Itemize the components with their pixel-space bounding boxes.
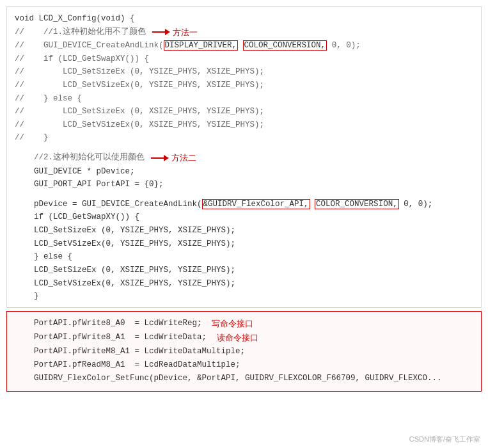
- code-line-9: // LCD_SetVSizeEx(0, XSIZE_PHYS, YSIZE_P…: [15, 118, 473, 132]
- write-cmd-label: 写命令接口: [212, 317, 253, 331]
- code-line-1: void LCD_X_Config(void) {: [15, 12, 473, 26]
- code-line-12: GUI_DEVICE * pDevice;: [15, 165, 473, 179]
- code-line-22: }: [15, 290, 473, 303]
- arrow-icon-1: [152, 28, 170, 36]
- method1-label: 方法一: [173, 26, 198, 39]
- empty-line-1: [15, 145, 473, 151]
- port-line-4: PortAPI.pfReadM8_A1 = LcdReadDataMultipl…: [15, 358, 473, 372]
- comment-line-2: //2.这种初始化可以使用颜色 方法二: [15, 151, 473, 164]
- highlight-color-conv-2: COLOR_CONVERSION,: [315, 199, 399, 209]
- port-line-2: PortAPI.pfWrite8_A1 = LcdWriteData; 读命令接…: [15, 331, 473, 345]
- highlight-flexcolor-api: &GUIDRV_FlexColor_API,: [202, 199, 310, 209]
- code-line-17: LCD_SetSizeEx (0, YSIZE_PHYS, XSIZE_PHYS…: [15, 224, 473, 237]
- comment-line-1: // //1.这种初始化用不了颜色 方法一: [15, 26, 473, 39]
- comment-text-1: // //1.这种初始化用不了颜色: [15, 26, 146, 39]
- port-code-1: PortAPI.pfWrite8_A0 = LcdWriteReg;: [15, 317, 207, 330]
- code-line-20: LCD_SetSizeEx (0, XSIZE_PHYS, YSIZE_PHYS…: [15, 264, 473, 277]
- code-line-19: } else {: [15, 250, 473, 264]
- code-line-18: LCD_SetVSizeEx(0, YSIZE_PHYS, XSIZE_PHYS…: [15, 237, 473, 251]
- code-section-1: void LCD_X_Config(void) { // //1.这种初始化用不…: [6, 6, 482, 308]
- port-line-1: PortAPI.pfWrite8_A0 = LcdWriteReg; 写命令接口: [15, 317, 473, 331]
- port-line-3: PortAPI.pfWriteM8_A1 = LcdWriteDataMulti…: [15, 345, 473, 358]
- code-line-5: // LCD_SetSizeEx (0, YSIZE_PHYS, XSIZE_P…: [15, 65, 473, 79]
- code-line-15: pDevice = GUI_DEVICE_CreateAndLink(&GUID…: [15, 198, 473, 211]
- highlight-color-conv-1: COLOR_CONVERSION,: [243, 40, 327, 51]
- code-line-4: // if (LCD_GetSwapXY()) {: [15, 52, 473, 66]
- code-section-2: PortAPI.pfWrite8_A0 = LcdWriteReg; 写命令接口…: [6, 311, 482, 392]
- code-line-7: // } else {: [15, 92, 473, 106]
- watermark: CSDN博客/奋飞工作室: [409, 435, 480, 444]
- method2-label: 方法二: [171, 151, 196, 164]
- main-container: void LCD_X_Config(void) { // //1.这种初始化用不…: [0, 0, 488, 448]
- code-line-8: // LCD_SetSizeEx (0, XSIZE_PHYS, YSIZE_P…: [15, 105, 473, 118]
- comment-text-2: //2.这种初始化可以使用颜色: [15, 151, 145, 164]
- code-line-13: GUI_PORT_API PortAPI = {0};: [15, 178, 473, 191]
- code-line-21: LCD_SetVSizeEx(0, XSIZE_PHYS, YSIZE_PHYS…: [15, 277, 473, 291]
- code-line-16: if (LCD_GetSwapXY()) {: [15, 211, 473, 224]
- arrow-icon-2: [151, 154, 169, 163]
- read-cmd-label: 读命令接口: [217, 331, 258, 345]
- port-code-2: PortAPI.pfWrite8_A1 = LcdWriteData;: [15, 331, 212, 344]
- code-line-3: // GUI_DEVICE_CreateAndLink(DISPLAY_DRIV…: [15, 39, 473, 52]
- code-line-10: // }: [15, 131, 473, 145]
- empty-line-2: [15, 191, 473, 198]
- highlight-display-driver: DISPLAY_DRIVER,: [164, 40, 239, 51]
- port-line-5: GUIDRV_FlexColor_SetFunc(pDevice, &PortA…: [15, 372, 473, 385]
- code-line-6: // LCD_SetVSizeEx(0, YSIZE_PHYS, XSIZE_P…: [15, 79, 473, 92]
